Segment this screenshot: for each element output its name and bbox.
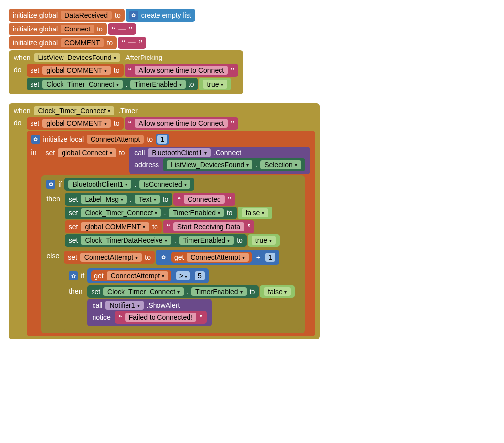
set-var-block[interactable]: set global COMMENT to: [27, 117, 124, 130]
property-dropdown[interactable]: TimerEnabled: [191, 287, 247, 296]
text-literal-block[interactable]: “ ”: [118, 37, 146, 49]
property-dropdown[interactable]: IsConnected: [139, 180, 190, 189]
set-clock-receive-true[interactable]: set Clock_TimerDataReceive . TimerEnable…: [65, 234, 280, 247]
get-var-block[interactable]: get ConnectAttempt: [91, 270, 171, 281]
when-afterpicking-block[interactable]: when ListView_DevicesFound .AfterPicking…: [9, 50, 495, 94]
component-dropdown[interactable]: Clock_Timer_Connect: [34, 106, 114, 115]
set-clock-connect-false-2[interactable]: set Clock_Timer_Connect . TimerEnabled t…: [87, 285, 294, 298]
var-dropdown[interactable]: ConnectAttempt: [80, 253, 142, 262]
math-add-block[interactable]: ✿ get ConnectAttempt + 1: [156, 250, 279, 265]
text-literal-block[interactable]: “ Allow some time to Connect ”: [125, 117, 239, 130]
get-var-block[interactable]: get ConnectAttempt: [171, 252, 252, 263]
property-dropdown[interactable]: Selection: [260, 160, 301, 169]
block-init-connect[interactable]: initialize global Connect to “ ”: [9, 23, 495, 35]
var-dropdown[interactable]: ConnectAttempt: [107, 271, 168, 280]
gear-icon[interactable]: ✿: [69, 271, 78, 280]
set-prop-block[interactable]: set Label_Msg . Text to: [65, 193, 172, 206]
increment-connectattempt[interactable]: set ConnectAttempt to ✿: [64, 250, 300, 265]
property-getter-block[interactable]: BluetoothClient1 . IsConnected: [64, 178, 194, 191]
component-dropdown[interactable]: BluetoothClient1: [148, 148, 211, 157]
var-dropdown[interactable]: global Connect: [58, 148, 116, 157]
property-dropdown[interactable]: Text: [135, 195, 160, 204]
call-showalert[interactable]: call Notifier1 .ShowAlert: [87, 299, 294, 326]
text-literal-block[interactable]: “ Failed to Connected! ”: [115, 311, 207, 324]
text-literal-block[interactable]: “ Allow some time to Connect ”: [125, 64, 239, 77]
gear-icon[interactable]: ✿: [159, 253, 168, 262]
bool-block[interactable]: true: [199, 78, 231, 90]
component-dropdown[interactable]: Clock_Timer_Connect: [42, 80, 123, 89]
component-dropdown[interactable]: Label_Msg: [81, 195, 127, 204]
text-value[interactable]: Start Receiving Data: [173, 222, 244, 231]
component-dropdown[interactable]: Clock_TimerDataReceive: [81, 236, 171, 245]
text-value[interactable]: Connected: [184, 195, 225, 204]
set-var-block[interactable]: set global COMMENT to: [27, 64, 124, 77]
set-clock-connect-false[interactable]: set Clock_Timer_Connect . TimerEnabled t…: [65, 207, 280, 219]
when-timer-block[interactable]: when Clock_Timer_Connect .Timer do set g…: [9, 103, 495, 339]
component-dropdown[interactable]: Clock_Timer_Connect: [81, 208, 161, 217]
bool-block[interactable]: true: [248, 234, 280, 247]
number-block[interactable]: 1: [156, 134, 169, 145]
component-dropdown[interactable]: Clock_Timer_Connect: [103, 287, 184, 296]
set-global-comment-2[interactable]: set global COMMENT to “ Allow some time …: [27, 117, 315, 130]
text-literal-block[interactable]: “ ”: [108, 23, 136, 35]
gear-icon[interactable]: ✿: [32, 135, 40, 144]
var-dropdown[interactable]: global COMMENT: [81, 222, 149, 231]
init-global-block[interactable]: initialize global COMMENT to: [9, 36, 117, 49]
var-dropdown[interactable]: global COMMENT: [42, 66, 111, 75]
compare-block[interactable]: get ConnectAttempt > 5: [87, 268, 209, 283]
text-literal-block[interactable]: “ Start Receiving Data ”: [163, 220, 254, 233]
number-value[interactable]: 1: [265, 253, 275, 262]
set-prop-block[interactable]: set Clock_Timer_Connect . TimerEnabled t…: [87, 285, 259, 298]
text-value[interactable]: Allow some time to Connect: [135, 66, 228, 75]
bool-value[interactable]: true: [203, 80, 227, 89]
component-dropdown[interactable]: Notifier1: [105, 301, 143, 310]
set-global-connect[interactable]: set global Connect to call BluetoothClie…: [41, 147, 310, 174]
var-name[interactable]: Connect: [61, 25, 94, 33]
property-dropdown[interactable]: TimerEnabled: [169, 208, 224, 217]
property-getter-block[interactable]: ListView_DevicesFound . Selection: [163, 158, 305, 171]
var-name[interactable]: DataReceived: [61, 11, 112, 20]
block-init-datareceived[interactable]: initialize global DataReceived to ✿ crea…: [9, 9, 495, 22]
text-value[interactable]: Allow some time to Connect: [135, 119, 228, 128]
set-prop-block[interactable]: set Clock_Timer_Connect . TimerEnabled t…: [65, 207, 237, 219]
operator-dropdown[interactable]: >: [176, 271, 190, 280]
call-method-block[interactable]: call BluetoothClient1 .Connect address L…: [129, 147, 310, 174]
init-global-block[interactable]: initialize global Connect to: [9, 23, 107, 35]
set-global-comment[interactable]: set global COMMENT to “ Allow some time …: [27, 64, 239, 77]
block-init-comment-var[interactable]: initialize global COMMENT to “ ”: [9, 36, 495, 49]
init-local-block[interactable]: ✿ initialize local ConnectAttempt to 1 i…: [27, 131, 315, 336]
if-isconnected-block[interactable]: ✿ if BluetoothClient1 . IsConnected: [41, 175, 310, 333]
text-value[interactable]: Failed to Connected!: [125, 313, 196, 322]
var-dropdown[interactable]: global COMMENT: [42, 119, 111, 128]
var-name[interactable]: ConnectAttempt: [87, 135, 144, 144]
bool-value[interactable]: false: [264, 287, 291, 296]
set-global-comment-3[interactable]: set global COMMENT to “ Start Rece: [65, 220, 280, 233]
property-dropdown[interactable]: TimerEnabled: [179, 236, 234, 245]
var-dropdown[interactable]: ConnectAttempt: [187, 253, 248, 262]
var-name[interactable]: COMMENT: [61, 38, 104, 47]
if-attempt-gt5-block[interactable]: ✿ if get ConnectAttempt: [64, 266, 300, 330]
set-var-block[interactable]: set ConnectAttempt to: [64, 251, 155, 264]
bool-value[interactable]: false: [242, 208, 269, 217]
set-timer-enabled-true[interactable]: set Clock_Timer_Connect . TimerEnabled t…: [27, 78, 239, 90]
call-method-block[interactable]: call Notifier1 .ShowAlert: [87, 299, 212, 326]
number-value[interactable]: 1: [158, 135, 167, 144]
set-var-block[interactable]: set global COMMENT to: [65, 220, 162, 233]
set-prop-block[interactable]: set Clock_Timer_Connect . TimerEnabled t…: [27, 78, 198, 90]
number-value[interactable]: 5: [195, 271, 205, 280]
gear-icon[interactable]: ✿: [46, 180, 55, 189]
set-label-text[interactable]: set Label_Msg . Text to: [65, 193, 280, 206]
text-value[interactable]: [128, 42, 136, 43]
gear-icon[interactable]: ✿: [129, 11, 138, 20]
component-dropdown[interactable]: ListView_DevicesFound: [34, 53, 120, 62]
bool-value[interactable]: true: [252, 236, 276, 245]
init-global-block[interactable]: initialize global DataReceived to: [9, 9, 125, 22]
property-dropdown[interactable]: TimerEnabled: [130, 80, 186, 89]
text-literal-block[interactable]: “ Connected ”: [173, 193, 235, 206]
component-dropdown[interactable]: ListView_DevicesFound: [167, 160, 252, 169]
text-value[interactable]: [118, 29, 126, 30]
set-prop-block[interactable]: set Clock_TimerDataReceive . TimerEnable…: [65, 234, 247, 247]
bool-block[interactable]: false: [260, 285, 295, 298]
set-var-block[interactable]: set global Connect to: [41, 147, 128, 159]
bool-block[interactable]: false: [238, 207, 273, 219]
